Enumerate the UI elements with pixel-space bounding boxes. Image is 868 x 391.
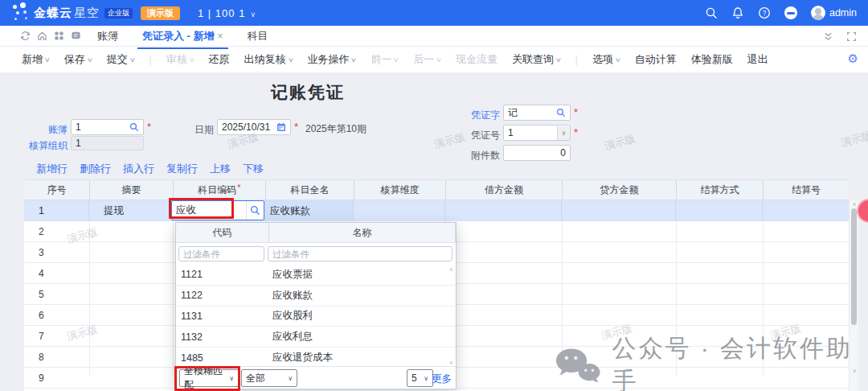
account-option[interactable]: 1131应收股利 [176,307,456,327]
related-query-button[interactable]: 关联查询∨ [512,52,561,67]
demo-watermark: 演示版 [432,130,466,151]
try-new-version-button[interactable]: 体验新版 [691,52,733,67]
apps-grid-icon[interactable] [54,31,64,41]
business-operation-button[interactable]: 业务操作∨ [307,52,356,67]
refresh-icon[interactable] [20,31,31,41]
auto-calculate-button[interactable]: 自动计算 [635,52,677,67]
voucher-word-input[interactable]: 记 [503,105,571,121]
account-option[interactable]: 1121应收票据 [176,265,456,286]
search-icon[interactable] [556,108,566,117]
tab-voucher-entry-new[interactable]: 凭证录入 - 新增× [142,29,223,43]
column-header-credit: 贷方金额 [562,180,676,200]
gear-icon[interactable]: ⚙ [848,52,858,65]
row1-settle-no-cell[interactable] [763,200,849,221]
username: admin [829,7,857,19]
account-book-label[interactable]: 账簿 [32,123,68,137]
scroll-down-icon[interactable]: ∨ [449,360,453,366]
account-book-input[interactable]: 1 [71,119,144,135]
chevron-down-icon: ∨ [129,56,136,64]
wechat-watermark-text: 公众号 · 会计软件助手 [612,332,868,391]
voucher-no-label: 凭证号 [469,129,500,142]
insert-row-link[interactable]: 插入行 [123,162,154,176]
copy-row-link[interactable]: 复制行 [166,162,198,176]
user-menu[interactable]: admin [811,6,857,20]
new-button[interactable]: 新增∨ [22,52,50,67]
annotation-box-code-input [169,198,234,219]
category-select[interactable]: 全部∨ [241,369,297,387]
help-icon[interactable]: ? [758,6,771,19]
required-asterisk: * [294,121,298,133]
name-filter-input[interactable] [268,246,452,261]
chevron-down-icon: ∨ [189,56,195,64]
move-down-link[interactable]: 下移 [243,162,264,176]
row1-credit-cell[interactable] [562,200,676,221]
submit-button[interactable]: 提交∨ [107,52,135,67]
top-bar: 金蝶云星空 企业版 演示版 1 | 100 1∨ ? admin [0,0,868,26]
attachments-input[interactable]: 0 [503,145,571,161]
kingdee-logo-icon [0,0,34,26]
demo-badge: 演示版 [141,6,180,20]
chevron-down-icon: ∨ [615,56,621,64]
voucher-word-label[interactable]: 凭证字 [469,109,500,122]
double-chevron-down-icon[interactable] [823,31,833,42]
accounting-org-input: 1 [71,136,144,150]
account-option[interactable]: 1122应收账款 [176,286,456,307]
row1-account-name-cell[interactable]: 应收账款 [265,200,354,221]
fullscreen-icon[interactable] [846,31,857,42]
previous-button[interactable]: 前一∨ [371,52,399,67]
collapse-circle-icon[interactable] [784,6,797,19]
demo-watermark: 演示版 [839,128,868,150]
edition-badge: 企业版 [104,8,133,19]
move-up-link[interactable]: 上移 [210,162,231,176]
row1-seq-cell[interactable]: 1 [24,200,89,221]
home-icon[interactable] [37,31,47,41]
chevron-down-icon[interactable]: ∨ [557,126,570,140]
cash-flow-button[interactable]: 现金流量 [456,52,497,67]
scroll-up-icon[interactable]: ∧ [449,266,453,273]
org-switcher[interactable]: 1 | 100 1∨ [198,7,256,19]
scrollbar-thumb[interactable] [851,208,857,325]
accounting-org-label[interactable]: 核算组织 [29,139,68,153]
chevron-down-icon: ∨ [420,375,428,382]
delete-row-link[interactable]: 删除行 [80,162,111,176]
restore-button[interactable]: 还原 [209,52,230,67]
exit-button[interactable]: 退出 [747,52,768,67]
message-icon[interactable] [71,31,81,41]
search-icon[interactable] [705,6,718,19]
annotation-box-match-mode [174,366,240,391]
attachments-label: 附件数 [469,149,500,163]
voucher-no-input[interactable]: 1 ∨ [503,125,571,141]
dropdown-code-header: 代码 [176,223,269,242]
tab-account-books[interactable]: 账簿 [97,29,118,43]
audit-button[interactable]: 审核∨ [166,52,194,67]
account-option[interactable]: 1132应收利息 [176,327,456,348]
next-button[interactable]: 后一∨ [413,52,441,67]
column-header-settle-no: 结算号 [763,180,849,200]
more-link[interactable]: 更多 [432,372,452,386]
tab-accounts[interactable]: 科目 [248,29,268,43]
notification-bell-icon[interactable] [731,6,744,19]
code-filter-input[interactable] [178,246,264,261]
cashier-review-button[interactable]: 出纳复核∨ [244,52,293,67]
add-row-link[interactable]: 新增行 [36,162,68,176]
row1-debit-cell[interactable] [445,200,562,221]
required-asterisk: * [237,183,240,192]
chevron-down-icon: ∨ [436,56,442,64]
row1-summary-cell[interactable]: 提现 [89,200,173,221]
chevron-down-icon: ∨ [350,56,357,64]
grid-row-1-selected[interactable]: 1 提现 应收 应收账款 [24,200,849,221]
avatar [811,6,825,20]
dropdown-list: 1121应收票据 1122应收账款 1131应收股利 1132应收利息 1485… [176,265,456,368]
search-icon[interactable] [129,122,139,132]
options-button[interactable]: 选项∨ [592,52,620,67]
required-asterisk: * [574,106,578,118]
separator: | [149,54,152,65]
row1-settle-method-cell[interactable] [676,200,763,221]
close-icon[interactable]: × [218,31,223,42]
save-button[interactable]: 保存∨ [64,52,92,67]
search-icon[interactable] [246,201,264,220]
page-size-select[interactable]: 5∨ [407,369,433,387]
column-header-account-name: 科目全名 [265,180,354,200]
row1-dimension-cell[interactable] [354,200,445,221]
calendar-icon[interactable] [276,122,286,132]
